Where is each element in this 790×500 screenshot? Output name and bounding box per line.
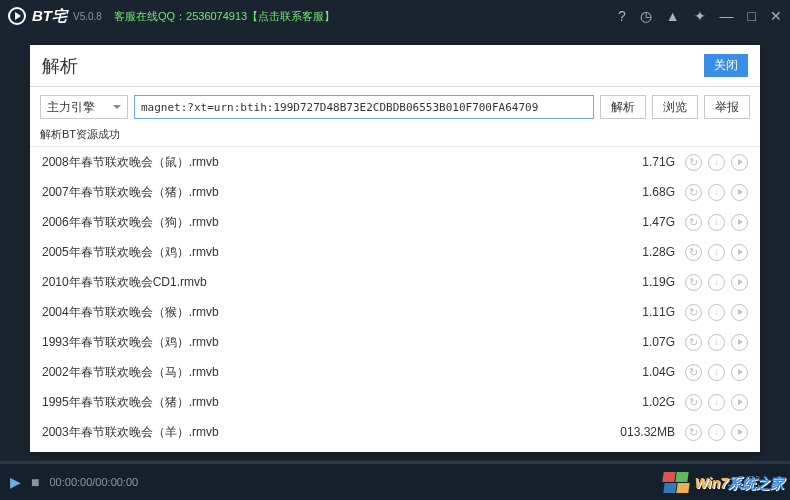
panel-title: 解析 <box>42 54 78 78</box>
playlist-icon[interactable]: ≡ <box>772 475 780 490</box>
download-icon[interactable] <box>708 184 725 201</box>
file-name: 2007年春节联欢晚会（猪）.rmvb <box>42 184 599 201</box>
download-icon[interactable] <box>708 364 725 381</box>
play-icon[interactable] <box>731 364 748 381</box>
download-icon[interactable] <box>708 244 725 261</box>
table-row[interactable]: 2007年春节联欢晚会（猪）.rmvb1.68G <box>30 177 760 207</box>
play-icon[interactable] <box>731 334 748 351</box>
play-icon[interactable] <box>731 154 748 171</box>
play-icon[interactable] <box>731 394 748 411</box>
row-actions <box>685 184 748 201</box>
table-row[interactable]: 2004年春节联欢晚会（猴）.rmvb1.11G <box>30 297 760 327</box>
download-icon[interactable] <box>708 154 725 171</box>
table-row[interactable]: 2005年春节联欢晚会（鸡）.rmvb1.28G <box>30 237 760 267</box>
file-size: 1.71G <box>599 155 675 169</box>
file-name: 1995年春节联欢晚会（猪）.rmvb <box>42 394 599 411</box>
file-size: 1.07G <box>599 335 675 349</box>
refresh-icon[interactable] <box>685 334 702 351</box>
player-controls: 🕪 ⟲ ⛶ ≡ <box>699 475 780 490</box>
file-name: 2008年春节联欢晚会（鼠）.rmvb <box>42 154 599 171</box>
maximize-icon[interactable]: □ <box>748 8 756 24</box>
row-actions <box>685 154 748 171</box>
refresh-icon[interactable] <box>685 154 702 171</box>
engine-select[interactable]: 主力引擎 <box>40 95 128 119</box>
play-icon[interactable] <box>731 214 748 231</box>
play-icon[interactable] <box>731 244 748 261</box>
file-name: 2002年春节联欢晚会（马）.rmvb <box>42 364 599 381</box>
download-icon[interactable] <box>708 334 725 351</box>
clock-icon[interactable]: ◷ <box>640 8 652 24</box>
refresh-icon[interactable] <box>685 364 702 381</box>
magnet-input[interactable] <box>134 95 594 119</box>
app-name: BT宅 <box>32 7 67 26</box>
file-size: 1.47G <box>599 215 675 229</box>
download-icon[interactable] <box>708 424 725 441</box>
play-icon[interactable] <box>731 184 748 201</box>
row-actions <box>685 424 748 441</box>
file-size: 1.28G <box>599 245 675 259</box>
pin-icon[interactable]: ✦ <box>694 8 706 24</box>
file-name: 2003年春节联欢晚会（羊）.rmvb <box>42 424 599 441</box>
table-row[interactable]: 1995年春节联欢晚会（猪）.rmvb1.02G <box>30 387 760 417</box>
file-list[interactable]: 2008年春节联欢晚会（鼠）.rmvb1.71G2007年春节联欢晚会（猪）.r… <box>30 146 760 452</box>
table-row[interactable]: 2010年春节联欢晚会CD1.rmvb1.19G <box>30 267 760 297</box>
toolbar: 主力引擎 解析 浏览 举报 <box>30 87 760 127</box>
download-icon[interactable] <box>708 214 725 231</box>
app-logo: BT宅 V5.0.8 <box>8 7 102 26</box>
refresh-icon[interactable] <box>685 184 702 201</box>
parse-panel: 解析 关闭 主力引擎 解析 浏览 举报 解析BT资源成功 2008年春节联欢晚会… <box>30 45 760 452</box>
user-icon[interactable]: ▲ <box>666 8 680 24</box>
player-bar: ▶ ■ 00:00:00/00:00:00 🕪 ⟲ ⛶ ≡ <box>0 464 790 500</box>
row-actions <box>685 364 748 381</box>
download-icon[interactable] <box>708 394 725 411</box>
volume-icon[interactable]: 🕪 <box>699 475 712 490</box>
refresh-icon[interactable] <box>685 394 702 411</box>
download-icon[interactable] <box>708 304 725 321</box>
refresh-icon[interactable] <box>685 304 702 321</box>
help-icon[interactable]: ? <box>618 8 626 24</box>
play-icon[interactable] <box>731 304 748 321</box>
report-button[interactable]: 举报 <box>704 95 750 119</box>
table-row[interactable]: 1997年春节联欢晚会（牛）.rmvb005.47MB <box>30 447 760 452</box>
table-row[interactable]: 1993年春节联欢晚会（鸡）.rmvb1.07G <box>30 327 760 357</box>
logo-icon <box>8 7 26 25</box>
table-row[interactable]: 2006年春节联欢晚会（狗）.rmvb1.47G <box>30 207 760 237</box>
file-size: 013.32MB <box>599 425 675 439</box>
play-icon[interactable] <box>731 274 748 291</box>
file-name: 2004年春节联欢晚会（猴）.rmvb <box>42 304 599 321</box>
fullscreen-icon[interactable]: ⛶ <box>747 475 760 490</box>
row-actions <box>685 394 748 411</box>
titlebar-controls: ? ◷ ▲ ✦ — □ ✕ <box>618 8 782 24</box>
file-name: 2006年春节联欢晚会（狗）.rmvb <box>42 214 599 231</box>
stop-button[interactable]: ■ <box>31 474 39 490</box>
file-size: 1.11G <box>599 305 675 319</box>
play-button[interactable]: ▶ <box>10 474 21 490</box>
table-row[interactable]: 2003年春节联欢晚会（羊）.rmvb013.32MB <box>30 417 760 447</box>
titlebar: BT宅 V5.0.8 客服在线QQ：2536074913【点击联系客服】 ? ◷… <box>0 0 790 32</box>
app-version: V5.0.8 <box>73 11 102 22</box>
file-name: 2005年春节联欢晚会（鸡）.rmvb <box>42 244 599 261</box>
panel-header: 解析 关闭 <box>30 45 760 87</box>
refresh-icon[interactable] <box>685 274 702 291</box>
close-icon[interactable]: ✕ <box>770 8 782 24</box>
file-size: 1.68G <box>599 185 675 199</box>
refresh-icon[interactable] <box>685 244 702 261</box>
file-name: 1993年春节联欢晚会（鸡）.rmvb <box>42 334 599 351</box>
play-icon[interactable] <box>731 424 748 441</box>
refresh-icon[interactable] <box>685 424 702 441</box>
status-text: 解析BT资源成功 <box>30 127 760 146</box>
customer-service-link[interactable]: 客服在线QQ：2536074913【点击联系客服】 <box>114 9 335 24</box>
row-actions <box>685 214 748 231</box>
table-row[interactable]: 2008年春节联欢晚会（鼠）.rmvb1.71G <box>30 147 760 177</box>
download-icon[interactable] <box>708 274 725 291</box>
browse-button[interactable]: 浏览 <box>652 95 698 119</box>
parse-button[interactable]: 解析 <box>600 95 646 119</box>
table-row[interactable]: 2002年春节联欢晚会（马）.rmvb1.04G <box>30 357 760 387</box>
minimize-icon[interactable]: — <box>720 8 734 24</box>
refresh-icon[interactable] <box>685 214 702 231</box>
panel-close-button[interactable]: 关闭 <box>704 54 748 77</box>
row-actions <box>685 304 748 321</box>
loop-icon[interactable]: ⟲ <box>724 475 735 490</box>
engine-label: 主力引擎 <box>47 99 95 116</box>
file-size: 1.04G <box>599 365 675 379</box>
